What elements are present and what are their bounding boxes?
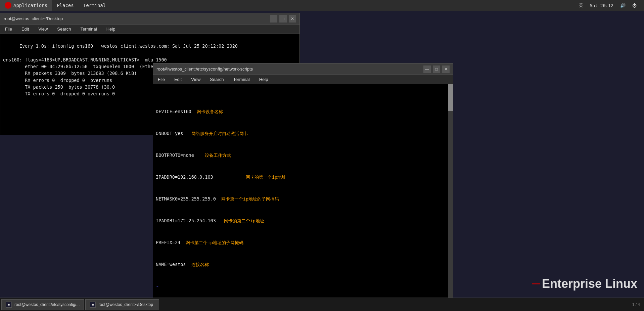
menu-view-1[interactable]: View bbox=[36, 26, 50, 32]
volume-icon[interactable]: 🔊 bbox=[618, 3, 628, 8]
topbar: Applications Places Terminal 英 Sat 20:12… bbox=[0, 0, 644, 11]
terminal-1-title: root@westos_client:~/Desktop bbox=[4, 16, 63, 21]
taskbar-label-1: root@westos_client:/etc/sysconfig/... bbox=[14, 302, 80, 307]
maximize-button-2[interactable]: □ bbox=[433, 65, 440, 73]
taskbar: ■ root@westos_client:/etc/sysconfig/... … bbox=[0, 298, 644, 311]
terminal-2-title: root@westos_client:/etc/sysconfig/networ… bbox=[156, 66, 253, 72]
places-label: Places bbox=[57, 3, 74, 8]
redhat-logo-icon bbox=[5, 2, 11, 9]
taskbar-icon-1: ■ bbox=[6, 302, 12, 308]
terminal-2-line-onboot: ONBOOT=yes 网络服务开启时自动激活网卡 bbox=[156, 130, 450, 137]
menu-terminal-2[interactable]: Terminal bbox=[231, 76, 252, 83]
taskbar-right: 1 / 4 bbox=[632, 302, 643, 307]
terminal-1-line1: Every 1.0s: ifconfig ens160 westos_clien… bbox=[19, 43, 238, 49]
terminal-2-line-ipaddr0: IPADDR0=192.168.0.103 网卡的第一个ip地址 bbox=[156, 174, 450, 181]
terminal-2-line-ipaddr1: IPADDR1=172.25.254.103 网卡的第二个ip地址 bbox=[156, 217, 450, 225]
terminal-2-line-device: DEVICE=ens160 网卡设备名称 bbox=[156, 108, 450, 116]
power-icon[interactable]: ⏻ bbox=[630, 3, 639, 8]
menu-edit-1[interactable]: Edit bbox=[19, 26, 31, 32]
terminal-2-menubar: File Edit View Search Terminal Help bbox=[153, 75, 453, 84]
menu-terminal-1[interactable]: Terminal bbox=[79, 26, 99, 32]
terminal-2-line-netmask0: NETMASK0=255.255.255.0 网卡第一个ip地址的子网掩码 bbox=[156, 195, 450, 203]
enterprise-watermark: Enterprise Linux bbox=[542, 277, 637, 291]
watermark-text: Enterprise Linux bbox=[542, 277, 637, 291]
terminal-2-titlebar: root@westos_client:/etc/sysconfig/networ… bbox=[153, 63, 453, 75]
menu-search-2[interactable]: Search bbox=[208, 76, 226, 83]
terminal-1-menubar: File Edit View Search Terminal Help bbox=[0, 25, 300, 34]
topbar-left: Applications Places Terminal bbox=[0, 0, 110, 11]
taskbar-label-2: root@westos_client:~/Desktop bbox=[98, 302, 153, 307]
tilde-1: ~ bbox=[156, 283, 450, 290]
terminal-label: Terminal bbox=[83, 3, 106, 8]
terminal-2-line-name: NAME=westos 连接名称 bbox=[156, 261, 450, 268]
menu-file-2[interactable]: File bbox=[156, 76, 167, 83]
taskbar-item-1[interactable]: ■ root@westos_client:/etc/sysconfig/... bbox=[1, 299, 84, 310]
applications-menu[interactable]: Applications bbox=[0, 0, 52, 11]
language-indicator[interactable]: 英 bbox=[577, 2, 585, 8]
terminal-2-line-bootproto: BOOTPROTO=none 设备工作方式 bbox=[156, 152, 450, 159]
terminal-menu[interactable]: Terminal bbox=[79, 0, 110, 11]
minimize-button-1[interactable]: — bbox=[270, 15, 277, 23]
taskbar-icon-2: ■ bbox=[90, 302, 96, 308]
menu-file-1[interactable]: File bbox=[3, 26, 14, 32]
menu-help-2[interactable]: Help bbox=[257, 76, 270, 83]
terminal-1-line5: RX packets 3309 bytes 213693 (208.6 KiB) bbox=[3, 71, 137, 76]
menu-search-1[interactable]: Search bbox=[55, 26, 73, 32]
terminal-1-line6: RX errors 0 dropped 0 overruns bbox=[3, 78, 112, 83]
terminal-1-line3: ens160: flags=4163<UP,BROADCAST,RUNNING,… bbox=[3, 57, 167, 62]
terminal-2-line-prefix: PREFIX=24 网卡第二个ip地址的子网掩码 bbox=[156, 239, 450, 247]
terminal-1-line7: TX packets 250 bytes 30778 (30.0 bbox=[3, 84, 115, 90]
terminal-2-content: DEVICE=ens160 网卡设备名称 ONBOOT=yes 网络服务开启时自… bbox=[153, 84, 453, 311]
minimize-button-2[interactable]: — bbox=[423, 65, 431, 73]
applications-label: Applications bbox=[13, 3, 47, 8]
page-indicator: 1 / 4 bbox=[632, 302, 640, 307]
taskbar-item-2[interactable]: ■ root@westos_client:~/Desktop bbox=[85, 299, 159, 310]
terminal-1-line4: ether 00:0c:29:8b:12:50 txqueuelen 1000 … bbox=[3, 64, 167, 69]
topbar-right: 英 Sat 20:12 🔊 ⏻ bbox=[577, 2, 644, 8]
menu-edit-2[interactable]: Edit bbox=[172, 76, 184, 83]
scrollbar-thumb[interactable] bbox=[448, 84, 453, 111]
terminal-1-line8: TX errors 0 dropped 0 overruns 0 bbox=[3, 91, 115, 96]
terminal-1-titlebar: root@westos_client:~/Desktop — □ ✕ bbox=[0, 13, 300, 25]
maximize-button-1[interactable]: □ bbox=[279, 15, 287, 23]
close-button-1[interactable]: ✕ bbox=[289, 15, 296, 23]
clock: Sat 20:12 bbox=[588, 3, 615, 8]
red-accent-line bbox=[532, 283, 540, 284]
menu-view-2[interactable]: View bbox=[189, 76, 202, 83]
window-2-controls: — □ ✕ bbox=[423, 65, 450, 73]
scrollbar-track[interactable] bbox=[448, 84, 453, 311]
close-button-2[interactable]: ✕ bbox=[442, 65, 450, 73]
terminal-window-2: root@westos_client:/etc/sysconfig/networ… bbox=[153, 63, 453, 311]
places-menu[interactable]: Places bbox=[52, 0, 79, 11]
menu-help-1[interactable]: Help bbox=[104, 26, 118, 32]
window-1-controls: — □ ✕ bbox=[270, 15, 296, 23]
